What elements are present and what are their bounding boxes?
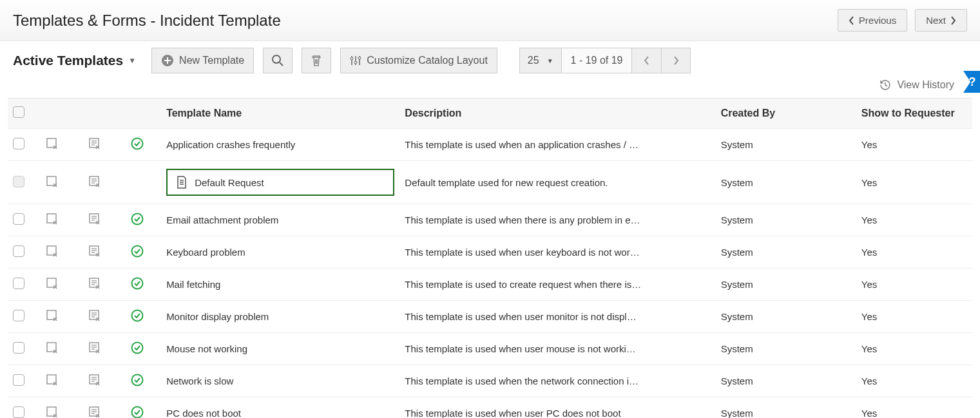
table-row[interactable]: Monitor display problemThis template is … xyxy=(8,301,972,333)
template-description: This template is used when the network c… xyxy=(399,365,715,397)
trash-icon xyxy=(311,54,322,67)
edit-template-icon[interactable] xyxy=(45,276,59,290)
template-name[interactable]: PC does not boot xyxy=(166,408,241,418)
status-active-icon xyxy=(130,212,144,226)
search-button[interactable] xyxy=(263,48,293,73)
edit-template-icon[interactable] xyxy=(45,175,59,189)
row-checkbox[interactable] xyxy=(13,138,24,149)
svg-point-40 xyxy=(132,310,143,321)
form-layout-icon[interactable] xyxy=(88,276,102,290)
page-header: Templates & Forms - Incident Template Pr… xyxy=(0,0,980,41)
table-row[interactable]: PC does not bootThis template is used wh… xyxy=(8,397,972,419)
status-active-icon xyxy=(130,244,144,258)
form-layout-icon[interactable] xyxy=(88,405,102,418)
template-description: This template is used when user monitor … xyxy=(399,301,715,333)
created-by: System xyxy=(716,129,856,161)
row-checkbox[interactable] xyxy=(13,213,24,225)
svg-point-5 xyxy=(358,57,361,59)
table-row[interactable]: Default RequestDefault template used for… xyxy=(8,161,972,204)
col-action-2 xyxy=(82,99,125,129)
table-row[interactable]: Keyboard problemThis template is used wh… xyxy=(8,236,972,269)
status-active-icon xyxy=(130,341,144,355)
template-description: This template is used when an applicatio… xyxy=(399,129,715,161)
edit-template-icon[interactable] xyxy=(45,309,59,323)
created-by: System xyxy=(716,397,856,419)
template-name[interactable]: Network is slow xyxy=(166,375,233,386)
col-show[interactable]: Show to Requester xyxy=(856,99,972,129)
form-layout-icon[interactable] xyxy=(88,309,102,323)
document-icon xyxy=(175,175,188,189)
col-checkbox xyxy=(8,99,40,129)
edit-template-icon[interactable] xyxy=(45,212,59,226)
template-description: This template is used when user PC does … xyxy=(399,397,715,419)
table-row[interactable]: Mail fetchingThis template is used to cr… xyxy=(8,269,972,301)
toolbar: Active Templates ▼ New Template Customiz… xyxy=(0,41,980,73)
row-checkbox[interactable] xyxy=(13,245,24,257)
new-template-button[interactable]: New Template xyxy=(151,48,254,73)
row-checkbox[interactable] xyxy=(13,342,24,354)
col-by[interactable]: Created By xyxy=(716,99,856,129)
template-description: This template is used when user mouse is… xyxy=(399,333,715,365)
show-to-requester: Yes xyxy=(856,269,972,301)
template-name[interactable]: Default Request xyxy=(195,177,264,188)
form-layout-icon[interactable] xyxy=(88,341,102,355)
show-to-requester: Yes xyxy=(856,301,972,333)
edit-template-icon[interactable] xyxy=(45,373,59,387)
caret-down-icon: ▼ xyxy=(547,57,553,64)
created-by: System xyxy=(716,333,856,365)
previous-label: Previous xyxy=(859,15,896,26)
scope-label: Active Templates xyxy=(13,53,123,68)
svg-point-46 xyxy=(132,343,143,354)
svg-point-22 xyxy=(132,214,143,225)
view-history-label: View History xyxy=(897,79,954,91)
form-layout-icon[interactable] xyxy=(88,373,102,387)
template-description: This template is used when user keyboard… xyxy=(399,236,715,269)
delete-button[interactable] xyxy=(302,48,331,73)
table-row[interactable]: Mouse not workingThis template is used w… xyxy=(8,333,972,365)
status-active-icon xyxy=(130,137,144,151)
row-checkbox[interactable] xyxy=(13,310,24,321)
edit-template-icon[interactable] xyxy=(45,341,59,355)
customize-layout-button[interactable]: Customize Catalog Layout xyxy=(340,48,497,73)
show-to-requester: Yes xyxy=(856,365,972,397)
form-layout-icon[interactable] xyxy=(88,175,102,189)
svg-line-2 xyxy=(280,62,283,66)
show-to-requester: Yes xyxy=(856,161,972,204)
svg-point-34 xyxy=(132,278,143,289)
prev-page-button[interactable] xyxy=(631,48,661,73)
next-page-button[interactable] xyxy=(661,48,691,73)
col-desc[interactable]: Description xyxy=(399,99,715,129)
svg-point-3 xyxy=(351,57,353,60)
scope-dropdown[interactable]: Active Templates ▼ xyxy=(13,53,142,68)
template-name[interactable]: Mouse not working xyxy=(166,343,247,354)
select-all-checkbox[interactable] xyxy=(13,106,24,118)
edit-template-icon[interactable] xyxy=(45,137,59,151)
row-checkbox[interactable] xyxy=(13,278,24,289)
row-checkbox[interactable] xyxy=(13,374,24,386)
table-row[interactable]: Network is slowThis template is used whe… xyxy=(8,365,972,397)
form-layout-icon[interactable] xyxy=(88,212,102,226)
template-name[interactable]: Monitor display problem xyxy=(166,311,269,322)
form-layout-icon[interactable] xyxy=(88,244,102,258)
edit-template-icon[interactable] xyxy=(45,405,59,418)
table-row[interactable]: Application crashes frequentlyThis templ… xyxy=(8,129,972,161)
show-to-requester: Yes xyxy=(856,129,972,161)
template-name[interactable]: Mail fetching xyxy=(166,279,220,290)
row-checkbox[interactable] xyxy=(13,406,24,418)
template-name[interactable]: Email attachment problem xyxy=(166,214,278,225)
table-row[interactable]: Email attachment problemThis template is… xyxy=(8,204,972,236)
page-size-select[interactable]: 25 ▼ xyxy=(519,48,561,73)
created-by: System xyxy=(716,204,856,236)
next-button[interactable]: Next xyxy=(915,9,967,32)
edit-template-icon[interactable] xyxy=(45,244,59,258)
form-layout-icon[interactable] xyxy=(88,137,102,151)
template-name[interactable]: Application crashes frequently xyxy=(166,139,295,150)
template-name[interactable]: Keyboard problem xyxy=(166,247,245,258)
col-name[interactable]: Template Name xyxy=(161,99,399,129)
caret-down-icon: ▼ xyxy=(128,56,136,65)
status-active-icon xyxy=(130,309,144,323)
page-title: Templates & Forms - Incident Template xyxy=(13,12,281,30)
created-by: System xyxy=(716,301,856,333)
previous-button[interactable]: Previous xyxy=(838,9,907,32)
view-history-link[interactable]: View History xyxy=(879,79,954,91)
